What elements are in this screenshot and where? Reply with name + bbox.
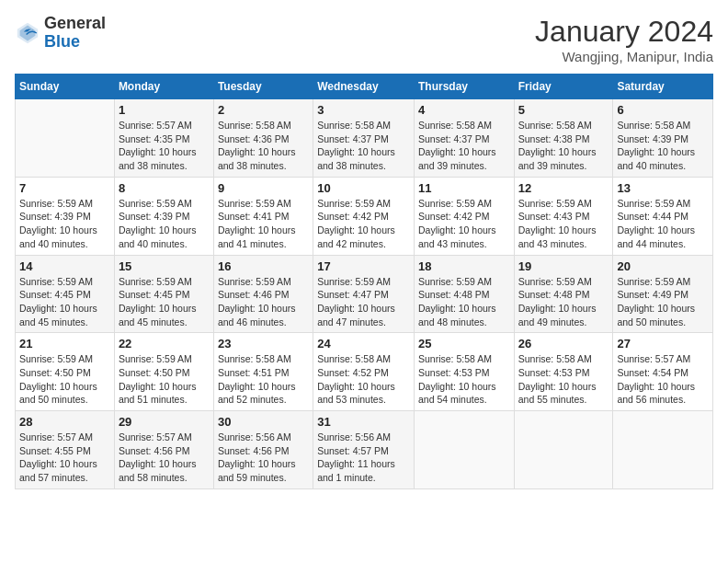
day-number: 22 [119, 337, 210, 350]
day-info: Sunrise: 5:59 AMSunset: 4:43 PMDaylight:… [518, 197, 609, 251]
day-info: Sunrise: 5:58 AMSunset: 4:52 PMDaylight:… [317, 352, 410, 407]
day-number: 18 [418, 259, 510, 273]
calendar-cell: 24Sunrise: 5:58 AMSunset: 4:52 PMDayligh… [313, 333, 415, 411]
calendar-cell: 28Sunrise: 5:57 AMSunset: 4:55 PMDayligh… [16, 411, 115, 489]
day-info: Sunrise: 5:58 AMSunset: 4:51 PMDaylight:… [218, 352, 309, 407]
day-info: Sunrise: 5:59 AMSunset: 4:45 PMDaylight:… [119, 275, 210, 329]
weekday-header-wednesday: Wednesday [313, 75, 415, 99]
day-number: 19 [518, 259, 609, 273]
page-header: General Blue January 2024 Wangjing, Mani… [15, 15, 713, 64]
calendar-cell [414, 411, 514, 489]
calendar-cell: 5Sunrise: 5:58 AMSunset: 4:38 PMDaylight… [514, 99, 613, 178]
weekday-header-friday: Friday [514, 75, 613, 99]
calendar-cell: 7Sunrise: 5:59 AMSunset: 4:39 PMDaylight… [16, 177, 115, 255]
calendar-cell: 18Sunrise: 5:59 AMSunset: 4:48 PMDayligh… [414, 255, 514, 333]
day-info: Sunrise: 5:58 AMSunset: 4:37 PMDaylight:… [317, 119, 410, 173]
calendar-cell [16, 99, 115, 178]
day-number: 26 [518, 337, 609, 350]
calendar-cell: 10Sunrise: 5:59 AMSunset: 4:42 PMDayligh… [313, 177, 415, 255]
day-info: Sunrise: 5:57 AMSunset: 4:56 PMDaylight:… [119, 431, 210, 485]
day-number: 20 [617, 259, 709, 273]
calendar-cell: 27Sunrise: 5:57 AMSunset: 4:54 PMDayligh… [613, 333, 713, 411]
calendar-cell: 21Sunrise: 5:59 AMSunset: 4:50 PMDayligh… [16, 333, 115, 411]
calendar-cell: 6Sunrise: 5:58 AMSunset: 4:39 PMDaylight… [613, 99, 713, 178]
calendar-cell: 29Sunrise: 5:57 AMSunset: 4:56 PMDayligh… [114, 411, 213, 489]
day-info: Sunrise: 5:58 AMSunset: 4:53 PMDaylight:… [418, 352, 510, 407]
location-subtitle: Wangjing, Manipur, India [535, 49, 713, 64]
day-info: Sunrise: 5:59 AMSunset: 4:50 PMDaylight:… [119, 352, 210, 407]
day-info: Sunrise: 5:57 AMSunset: 4:35 PMDaylight:… [119, 119, 210, 173]
day-number: 30 [218, 415, 309, 429]
day-info: Sunrise: 5:59 AMSunset: 4:39 PMDaylight:… [19, 197, 110, 251]
day-number: 3 [317, 103, 410, 117]
day-number: 10 [317, 181, 410, 195]
calendar-cell: 19Sunrise: 5:59 AMSunset: 4:48 PMDayligh… [514, 255, 613, 333]
day-number: 16 [218, 259, 309, 273]
day-number: 7 [19, 181, 110, 195]
day-info: Sunrise: 5:58 AMSunset: 4:36 PMDaylight:… [218, 119, 309, 173]
logo-text: General Blue [44, 15, 106, 52]
day-info: Sunrise: 5:57 AMSunset: 4:55 PMDaylight:… [19, 431, 110, 485]
calendar-cell: 2Sunrise: 5:58 AMSunset: 4:36 PMDaylight… [213, 99, 313, 178]
day-number: 29 [119, 415, 210, 429]
weekday-header-sunday: Sunday [16, 75, 115, 99]
day-number: 12 [518, 181, 609, 195]
calendar-table: SundayMondayTuesdayWednesdayThursdayFrid… [15, 74, 713, 489]
calendar-cell: 31Sunrise: 5:56 AMSunset: 4:57 PMDayligh… [313, 411, 415, 489]
day-number: 27 [617, 337, 709, 350]
day-info: Sunrise: 5:56 AMSunset: 4:56 PMDaylight:… [218, 431, 309, 485]
weekday-header-monday: Monday [114, 75, 213, 99]
day-number: 4 [418, 103, 510, 117]
day-number: 17 [317, 259, 410, 273]
calendar-cell: 25Sunrise: 5:58 AMSunset: 4:53 PMDayligh… [414, 333, 514, 411]
calendar-cell: 17Sunrise: 5:59 AMSunset: 4:47 PMDayligh… [313, 255, 415, 333]
day-info: Sunrise: 5:59 AMSunset: 4:42 PMDaylight:… [317, 197, 410, 251]
day-number: 9 [218, 181, 309, 195]
calendar-week-row: 7Sunrise: 5:59 AMSunset: 4:39 PMDaylight… [16, 177, 713, 255]
day-number: 15 [119, 259, 210, 273]
calendar-cell: 12Sunrise: 5:59 AMSunset: 4:43 PMDayligh… [514, 177, 613, 255]
day-info: Sunrise: 5:59 AMSunset: 4:48 PMDaylight:… [418, 275, 510, 329]
day-number: 1 [119, 103, 210, 117]
day-number: 5 [518, 103, 609, 117]
calendar-cell: 9Sunrise: 5:59 AMSunset: 4:41 PMDaylight… [213, 177, 313, 255]
day-number: 13 [617, 181, 709, 195]
day-number: 21 [19, 337, 110, 350]
logo: General Blue [15, 15, 106, 52]
calendar-cell: 14Sunrise: 5:59 AMSunset: 4:45 PMDayligh… [16, 255, 115, 333]
logo-icon [15, 20, 40, 46]
weekday-header-tuesday: Tuesday [213, 75, 313, 99]
day-info: Sunrise: 5:59 AMSunset: 4:48 PMDaylight:… [518, 275, 609, 329]
day-info: Sunrise: 5:59 AMSunset: 4:42 PMDaylight:… [418, 197, 510, 251]
day-number: 14 [19, 259, 110, 273]
month-title: January 2024 [535, 15, 713, 49]
calendar-cell: 1Sunrise: 5:57 AMSunset: 4:35 PMDaylight… [114, 99, 213, 178]
day-info: Sunrise: 5:59 AMSunset: 4:47 PMDaylight:… [317, 275, 410, 329]
title-block: January 2024 Wangjing, Manipur, India [535, 15, 713, 64]
day-info: Sunrise: 5:58 AMSunset: 4:39 PMDaylight:… [617, 119, 709, 173]
day-info: Sunrise: 5:59 AMSunset: 4:41 PMDaylight:… [218, 197, 309, 251]
weekday-header-thursday: Thursday [414, 75, 514, 99]
day-info: Sunrise: 5:56 AMSunset: 4:57 PMDaylight:… [317, 431, 410, 485]
calendar-cell: 30Sunrise: 5:56 AMSunset: 4:56 PMDayligh… [213, 411, 313, 489]
day-info: Sunrise: 5:59 AMSunset: 4:45 PMDaylight:… [19, 275, 110, 329]
day-info: Sunrise: 5:58 AMSunset: 4:53 PMDaylight:… [518, 352, 609, 407]
day-number: 2 [218, 103, 309, 117]
calendar-cell: 15Sunrise: 5:59 AMSunset: 4:45 PMDayligh… [114, 255, 213, 333]
calendar-cell: 13Sunrise: 5:59 AMSunset: 4:44 PMDayligh… [613, 177, 713, 255]
day-number: 24 [317, 337, 410, 350]
calendar-cell [514, 411, 613, 489]
day-number: 25 [418, 337, 510, 350]
day-number: 11 [418, 181, 510, 195]
calendar-week-row: 14Sunrise: 5:59 AMSunset: 4:45 PMDayligh… [16, 255, 713, 333]
calendar-cell: 11Sunrise: 5:59 AMSunset: 4:42 PMDayligh… [414, 177, 514, 255]
day-info: Sunrise: 5:59 AMSunset: 4:46 PMDaylight:… [218, 275, 309, 329]
weekday-header-saturday: Saturday [613, 75, 713, 99]
calendar-cell: 22Sunrise: 5:59 AMSunset: 4:50 PMDayligh… [114, 333, 213, 411]
calendar-cell: 4Sunrise: 5:58 AMSunset: 4:37 PMDaylight… [414, 99, 514, 178]
calendar-cell [613, 411, 713, 489]
calendar-cell: 8Sunrise: 5:59 AMSunset: 4:39 PMDaylight… [114, 177, 213, 255]
day-number: 31 [317, 415, 410, 429]
calendar-cell: 26Sunrise: 5:58 AMSunset: 4:53 PMDayligh… [514, 333, 613, 411]
weekday-header-row: SundayMondayTuesdayWednesdayThursdayFrid… [16, 75, 713, 99]
